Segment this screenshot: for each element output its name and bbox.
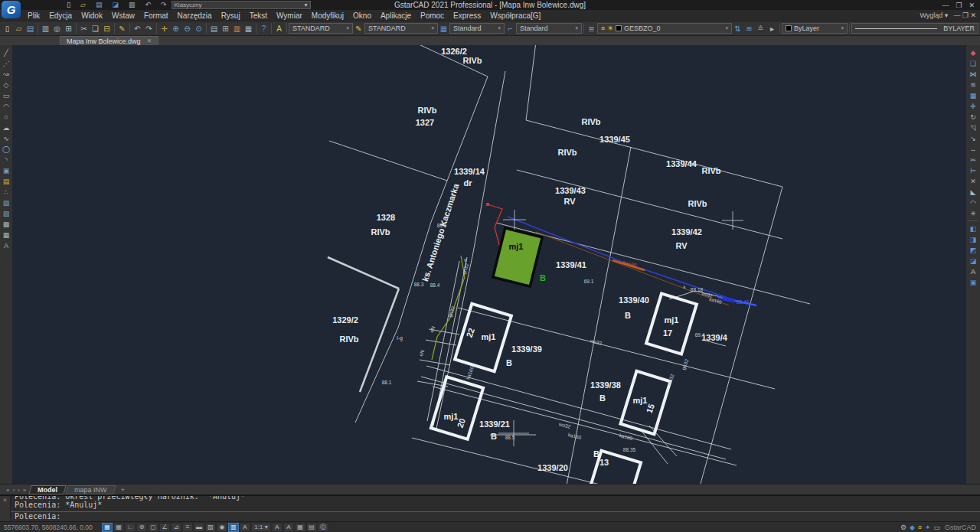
lineweight-toggle[interactable]: ▬ bbox=[194, 523, 204, 532]
design-center-icon[interactable]: ⊞ bbox=[220, 23, 231, 34]
array-icon[interactable]: ▦ bbox=[968, 90, 978, 100]
save-as-icon[interactable]: ◪ bbox=[112, 1, 119, 9]
layer-combo[interactable]: ¤ ☀ GESBZO_0 ▾ bbox=[597, 23, 732, 34]
layout-tab-model[interactable]: Model bbox=[29, 485, 67, 494]
minimize-button[interactable]: — bbox=[942, 2, 949, 9]
text-style-combo[interactable]: STANDARD▾ bbox=[289, 23, 353, 34]
menu-widok[interactable]: Widok bbox=[77, 11, 107, 20]
copy-icon[interactable]: ❏ bbox=[968, 58, 978, 68]
add-layout-button[interactable]: + bbox=[117, 486, 129, 494]
multiline-text-icon[interactable]: A bbox=[1, 240, 11, 250]
copy-icon[interactable]: ❏ bbox=[90, 23, 101, 34]
menu-aplikacje[interactable]: Aplikacje bbox=[376, 11, 416, 20]
fillet-icon[interactable]: ◠ bbox=[968, 197, 978, 207]
transparency-toggle[interactable]: ▨ bbox=[205, 523, 216, 532]
menu-plik[interactable]: Plik bbox=[23, 11, 44, 20]
break-icon[interactable]: ✕ bbox=[968, 176, 978, 186]
menu-wsppracag[interactable]: Współpraca[G] bbox=[485, 11, 545, 20]
etrack-toggle[interactable]: ∠ bbox=[159, 523, 170, 532]
circle-icon[interactable]: ○ bbox=[1, 112, 11, 122]
zoom-window-icon[interactable]: ⊖ bbox=[181, 23, 193, 34]
multileader-style-icon[interactable]: ⌐ bbox=[505, 23, 516, 34]
draw-order-below-icon[interactable]: ◪ bbox=[968, 256, 978, 266]
match-properties-icon[interactable]: A bbox=[273, 23, 285, 34]
annotation-order-icon[interactable]: ▣ bbox=[968, 277, 978, 287]
text-style-icon[interactable]: ✎ bbox=[353, 23, 364, 34]
scale-icon[interactable]: ◹ bbox=[968, 122, 978, 132]
make-block-icon[interactable]: ▤ bbox=[1, 176, 11, 186]
menu-format[interactable]: Format bbox=[139, 11, 173, 20]
selection-cycling-toggle[interactable]: ▥ bbox=[228, 523, 239, 532]
extend-icon[interactable]: ⊢ bbox=[968, 165, 978, 175]
chamfer-icon[interactable]: ◣ bbox=[968, 187, 978, 197]
table-style-combo[interactable]: Standard▾ bbox=[449, 23, 505, 34]
redo-icon[interactable]: ↷ bbox=[161, 1, 167, 9]
stretch-icon[interactable]: ↘ bbox=[968, 133, 978, 143]
menu-edycja[interactable]: Edycja bbox=[44, 11, 77, 20]
mirror-icon[interactable]: ⋈ bbox=[968, 69, 978, 79]
linetype-combo[interactable]: BYLAYER bbox=[851, 23, 978, 34]
ellipse-arc-icon[interactable]: ◝ bbox=[1, 155, 11, 165]
point-icon[interactable]: ∴ bbox=[1, 187, 11, 197]
draw-order-front-icon[interactable]: ◧ bbox=[968, 224, 978, 233]
undo-icon[interactable]: ↶ bbox=[132, 23, 143, 34]
lengthen-icon[interactable]: ↔ bbox=[968, 144, 978, 154]
command-input[interactable]: Polecenia: bbox=[11, 511, 980, 521]
view-menu-button[interactable]: Wygląd ▾ bbox=[920, 11, 948, 19]
menu-narzdzia[interactable]: Narzędzia bbox=[173, 11, 217, 20]
gradient-icon[interactable]: ▧ bbox=[1, 208, 11, 218]
close-button[interactable]: ✕ bbox=[969, 2, 975, 9]
zoom-previous-icon[interactable]: ⊙ bbox=[193, 23, 204, 34]
layer-isolate-icon[interactable]: ≙ bbox=[755, 23, 766, 34]
paste-icon[interactable]: ⊟ bbox=[101, 23, 113, 34]
settings-gear-icon[interactable]: ⚙ bbox=[900, 524, 906, 531]
close-tab-icon[interactable]: ✕ bbox=[147, 38, 152, 44]
explode-icon[interactable]: ✳ bbox=[968, 208, 978, 218]
table-icon[interactable]: ▦ bbox=[1, 230, 11, 240]
save-icon[interactable]: ▤ bbox=[24, 23, 36, 34]
menu-tekst[interactable]: Tekst bbox=[245, 11, 272, 20]
menu-express[interactable]: Express bbox=[449, 11, 485, 20]
line-icon[interactable]: ╱ bbox=[1, 47, 11, 57]
open-icon[interactable]: ▱ bbox=[13, 23, 24, 34]
quick-properties-toggle[interactable]: ◉ bbox=[217, 523, 227, 532]
quick-calc-icon[interactable]: ▦ bbox=[243, 23, 254, 34]
layer-previous-icon[interactable]: ⇅ bbox=[732, 23, 743, 34]
gstarcad-logo-icon[interactable]: G bbox=[2, 1, 21, 18]
esnap-toggle[interactable]: ◻ bbox=[148, 523, 158, 532]
clean-screen-toggle[interactable]: Ⓒ bbox=[318, 523, 328, 532]
ucs-detect-toggle[interactable]: ⊿ bbox=[171, 523, 181, 532]
spline-icon[interactable]: ∿ bbox=[1, 133, 11, 143]
draw-order-back-icon[interactable]: ◨ bbox=[968, 234, 978, 244]
revision-cloud-icon[interactable]: ☁ bbox=[1, 122, 11, 132]
hatch-icon[interactable]: ▨ bbox=[1, 197, 11, 207]
multileader-style-combo[interactable]: Standard▾ bbox=[516, 23, 582, 34]
new-icon[interactable]: ▯ bbox=[2, 23, 13, 34]
pan-icon[interactable]: ✛ bbox=[158, 23, 170, 34]
layer-states-icon[interactable]: ≋ bbox=[743, 23, 755, 34]
grid-toggle[interactable]: ▦ bbox=[113, 523, 124, 532]
print-icon[interactable]: ▥ bbox=[40, 23, 51, 34]
color-control-combo[interactable]: ByLayer ▾ bbox=[782, 23, 848, 34]
document-tab[interactable]: Mapa Inw Bolewice.dwg ✕ bbox=[60, 36, 158, 45]
support-tools-icon[interactable]: ✦ bbox=[925, 524, 931, 531]
match-brush-icon[interactable]: ✎ bbox=[116, 23, 128, 34]
polygon-icon[interactable]: ◇ bbox=[1, 80, 11, 90]
erase-icon[interactable]: ◆ bbox=[968, 47, 978, 57]
offset-icon[interactable]: ≋ bbox=[968, 80, 978, 90]
menu-pomoc[interactable]: Pomoc bbox=[416, 11, 449, 20]
help-icon[interactable]: ? bbox=[258, 23, 270, 34]
menu-modyfikuj[interactable]: Modyfikuj bbox=[307, 11, 348, 20]
construction-line-icon[interactable]: ⋰ bbox=[1, 58, 11, 68]
move-icon[interactable]: ✛ bbox=[968, 101, 978, 111]
drawing-canvas[interactable]: 1326/2RIVbRIVb1327RIVb1339/45RIVb1339/44… bbox=[12, 45, 966, 484]
layout-nav-icon[interactable]: » bbox=[21, 487, 28, 494]
region-icon[interactable]: ▩ bbox=[1, 219, 11, 229]
zoom-realtime-icon[interactable]: ⊕ bbox=[170, 23, 181, 34]
cut-icon[interactable]: ✂ bbox=[78, 23, 90, 34]
insert-block-icon[interactable]: ▣ bbox=[1, 165, 11, 175]
auto-annotation-toggle[interactable]: A bbox=[272, 523, 283, 532]
print-icon[interactable]: ▥ bbox=[129, 1, 136, 9]
workspace-toggle[interactable]: ▤ bbox=[306, 523, 317, 532]
new-file-icon[interactable]: ▯ bbox=[67, 1, 70, 9]
